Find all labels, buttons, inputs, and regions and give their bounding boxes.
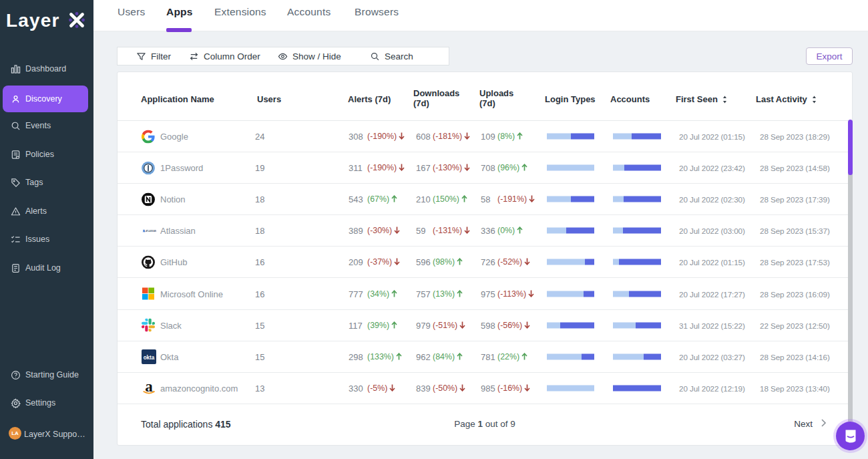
svg-text:Layer: Layer — [6, 10, 60, 31]
svg-text:ATLASSIAN: ATLASSIAN — [146, 230, 156, 233]
svg-text:okta: okta — [144, 355, 155, 361]
